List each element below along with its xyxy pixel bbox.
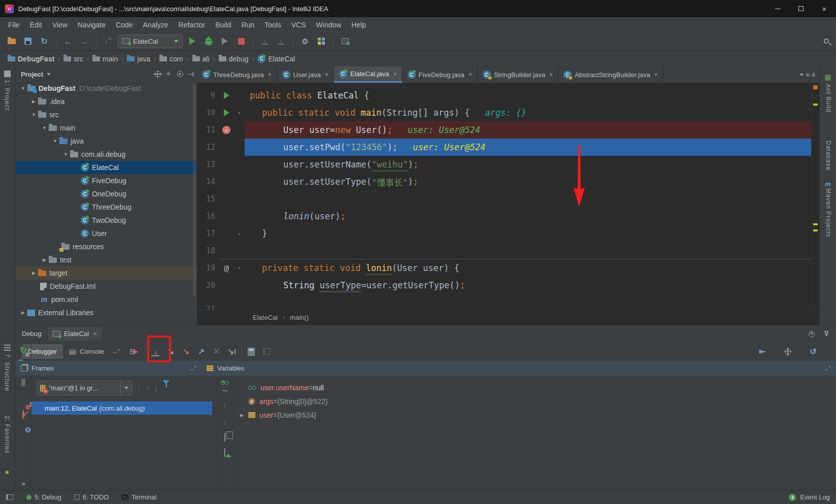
pin-tab-icon[interactable]: →" bbox=[111, 348, 120, 355]
line-number[interactable]: 9 bbox=[197, 91, 219, 100]
tree-row-external-libraries[interactable]: ▶ External Libraries bbox=[16, 306, 197, 319]
code-line-13[interactable]: 13 user.setUserName("weihu"); bbox=[197, 156, 819, 173]
debug-button[interactable] bbox=[202, 35, 215, 48]
close-tab-icon[interactable]: × bbox=[654, 71, 658, 78]
stop-button[interactable] bbox=[235, 35, 248, 48]
stack-frame-row[interactable]: main:12, ElateCal (com.ali.debug) bbox=[31, 401, 212, 415]
tree-row-idea[interactable]: ▶ .idea bbox=[16, 95, 197, 108]
run-configuration-select[interactable]: ElateCal bbox=[118, 35, 183, 48]
tree-row-user[interactable]: C User bbox=[16, 227, 197, 240]
evaluate-expression-button[interactable] bbox=[244, 345, 259, 358]
event-log-button[interactable]: Event Log bbox=[800, 493, 830, 501]
breadcrumb-com[interactable]: com bbox=[158, 55, 184, 63]
breadcrumb-debug[interactable]: debug bbox=[217, 55, 250, 63]
breadcrumb-class[interactable]: ElateCal bbox=[253, 314, 278, 321]
tree-row-main[interactable]: ▼ main bbox=[16, 121, 197, 135]
menu-tools[interactable]: Tools bbox=[259, 17, 286, 32]
code-line-15[interactable]: 15 bbox=[197, 190, 819, 208]
update-project-button[interactable] bbox=[102, 35, 115, 48]
tool-button-database[interactable]: Database bbox=[825, 141, 832, 171]
menu-window[interactable]: Window bbox=[311, 17, 347, 32]
code-editor[interactable]: 9 public class ElateCal { 10 ▿ public st… bbox=[197, 83, 819, 310]
tab-threedebug[interactable]: C ThreeDebug.java × bbox=[197, 66, 277, 83]
line-number[interactable]: 21 bbox=[197, 305, 219, 310]
show-watches-button[interactable] bbox=[224, 449, 225, 456]
variable-row-args[interactable]: p args = {String[0]@522} bbox=[233, 394, 836, 408]
run-with-coverage-button[interactable] bbox=[218, 35, 231, 48]
menu-vcs[interactable]: VCS bbox=[286, 17, 311, 32]
tree-row-src[interactable]: ▼ src bbox=[16, 108, 197, 121]
tab-fivedebug[interactable]: C FiveDebug.java × bbox=[403, 66, 478, 83]
close-session-icon[interactable]: × bbox=[93, 330, 97, 338]
expander-icon[interactable]: ▶ bbox=[240, 413, 248, 418]
tab-elatecal[interactable]: C ElateCal.java × bbox=[334, 66, 403, 83]
collapse-all-icon[interactable] bbox=[166, 71, 172, 77]
tool-button-maven-projects[interactable]: Maven Projects bbox=[825, 188, 832, 238]
breadcrumb-main[interactable]: main bbox=[91, 55, 119, 63]
synchronize-button[interactable]: ↻ bbox=[38, 35, 51, 48]
menu-edit[interactable]: Edit bbox=[25, 17, 47, 32]
tree-row-root[interactable]: ▼ DebugFast D:\code\DebugFast bbox=[16, 82, 197, 95]
statusbar-terminal-tab[interactable]: >_ Terminal bbox=[122, 493, 156, 501]
pause-button[interactable] bbox=[21, 379, 25, 386]
menu-build[interactable]: Build bbox=[210, 17, 236, 32]
run-button[interactable] bbox=[186, 35, 199, 48]
variable-row-user[interactable]: ▶ user = {User@524} bbox=[233, 408, 836, 422]
code-line-18[interactable]: 18 bbox=[197, 242, 819, 259]
expander-icon[interactable]: ▼ bbox=[51, 139, 59, 144]
line-number[interactable]: 12 bbox=[197, 143, 219, 152]
filter-frames-button[interactable] bbox=[162, 384, 170, 392]
breadcrumb-elatecal[interactable]: CElateCal bbox=[256, 55, 296, 63]
line-number[interactable]: 18 bbox=[197, 246, 219, 255]
locate-file-icon[interactable] bbox=[155, 71, 161, 77]
expander-icon[interactable]: ▼ bbox=[29, 112, 38, 117]
search-everywhere-button[interactable] bbox=[820, 35, 833, 48]
menu-help[interactable]: Help bbox=[346, 17, 371, 32]
tool-window-button[interactable] bbox=[339, 35, 352, 48]
open-button[interactable] bbox=[5, 35, 18, 48]
run-to-cursor-button[interactable]: ↘I bbox=[224, 345, 239, 358]
code-line-16[interactable]: 16 lonin(user); bbox=[197, 208, 819, 225]
line-number[interactable]: 13 bbox=[197, 160, 219, 169]
code-line-9[interactable]: 9 public class ElateCal { bbox=[197, 87, 819, 104]
help-button[interactable]: ↺ bbox=[806, 345, 821, 358]
tab-console[interactable]: Console bbox=[63, 344, 110, 359]
thread-dropdown-button[interactable] bbox=[120, 381, 131, 395]
menu-file[interactable]: File bbox=[3, 17, 25, 32]
expander-icon[interactable]: ▼ bbox=[40, 125, 49, 130]
run-class-icon[interactable] bbox=[224, 92, 229, 99]
debug-settings-gear-icon[interactable] bbox=[809, 331, 815, 337]
line-number[interactable]: 11 bbox=[197, 125, 219, 135]
more-actions-button[interactable]: » bbox=[21, 480, 25, 487]
menu-view[interactable]: View bbox=[47, 17, 73, 32]
breadcrumb-ali[interactable]: ali bbox=[191, 55, 211, 63]
close-tab-icon[interactable]: × bbox=[549, 71, 553, 78]
close-tab-icon[interactable]: × bbox=[469, 71, 472, 78]
tree-row-target[interactable]: ▶ target bbox=[16, 266, 197, 280]
line-number[interactable]: 16 bbox=[197, 212, 219, 221]
code-line-11[interactable]: 11 ✓ User user=new User();user: User@524 bbox=[197, 121, 819, 139]
tree-row-java[interactable]: ▼ java bbox=[16, 135, 197, 148]
save-all-button[interactable] bbox=[21, 35, 35, 48]
code-line-19[interactable]: 19 @ ▿ private static void lonin(User us… bbox=[197, 259, 819, 277]
expander-icon[interactable]: ▼ bbox=[61, 152, 70, 157]
menu-refactor[interactable]: Refactor bbox=[173, 17, 210, 32]
close-tab-icon[interactable]: × bbox=[325, 71, 328, 78]
menu-analyze[interactable]: Analyze bbox=[138, 17, 174, 32]
debug-session-tab[interactable]: ElateCal × bbox=[48, 327, 102, 341]
tree-row-iml[interactable]: DebugFast.iml bbox=[16, 280, 197, 293]
duplicate-watch-button[interactable] bbox=[224, 433, 225, 441]
project-structure-button[interactable] bbox=[315, 35, 328, 48]
statusbar-todo-tab[interactable]: 6: TODO bbox=[75, 493, 109, 501]
tree-row-fivedebug[interactable]: C FiveDebug bbox=[16, 174, 197, 187]
move-watch-down-button[interactable]: ↓ bbox=[223, 417, 227, 426]
tree-row-onedebug[interactable]: C OneDebug bbox=[16, 187, 197, 200]
code-line-14[interactable]: 14 user.setUserType("懂事长"); bbox=[197, 173, 819, 190]
fold-marker-icon[interactable]: ▿ bbox=[233, 110, 245, 116]
annotation-gutter-icon[interactable]: @ bbox=[224, 263, 229, 273]
breadcrumb-method[interactable]: main() bbox=[290, 314, 309, 321]
fold-marker-icon[interactable]: ▵ bbox=[233, 230, 245, 237]
project-panel-title[interactable]: Project bbox=[21, 71, 43, 78]
tab-list-icon[interactable]: ≡ bbox=[806, 71, 810, 79]
minimize-button[interactable] bbox=[766, 0, 789, 17]
